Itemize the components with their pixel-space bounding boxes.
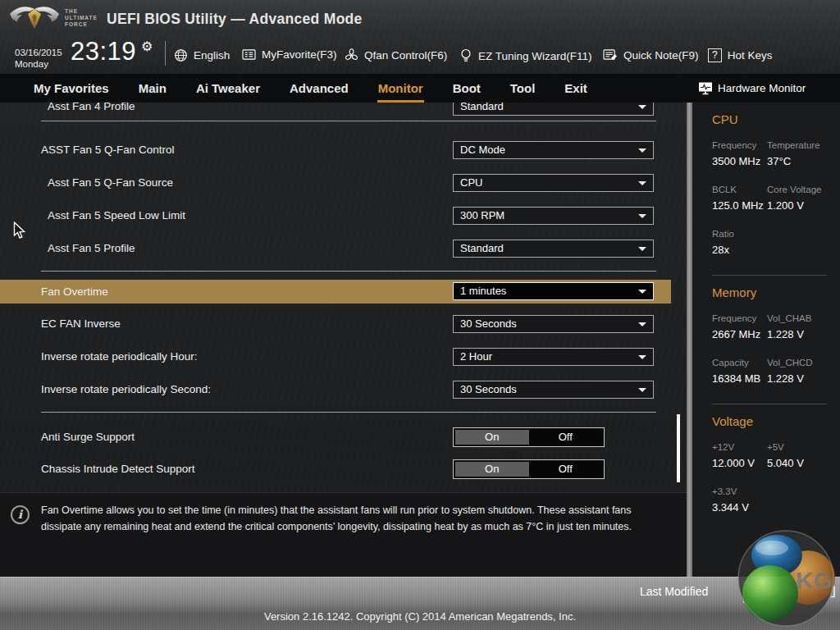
dropdown-value: 300 RPM [460,209,504,221]
sidebar-divider [712,404,827,404]
ec-fan-inverse-dropdown[interactable]: 30 Seconds [453,315,654,333]
tab-my-favorites[interactable]: My Favorites [33,74,110,103]
cpu-frequency: Frequency 3500 MHz [712,140,767,167]
setting-row-fan5-profile: Asst Fan 5 Profile Standard [0,232,687,265]
help-text: Fan Overtime allows you to set the time … [41,502,668,536]
setting-row-inverse-rotate-hour: Inverse rotate periodically Hour: 2 Hour [0,340,687,373]
setting-row-inverse-rotate-second: Inverse rotate periodically Second: 30 S… [0,373,687,406]
main-menu-bar: My Favorites Main Ai Tweaker Advanced Mo… [0,74,840,103]
dropdown-value: CPU [460,176,482,189]
qfan-label: Qfan Control(F6) [364,49,447,62]
voltage-5v: +5V 5.040 V [767,442,832,469]
setting-label: ASST Fan 5 Q-Fan Control [41,134,175,167]
brand-text-force: FORCE [65,21,88,27]
memory-vol-chab: Vol_CHAB 1.228 V [767,313,832,340]
hardware-monitor-title: Hardware Monitor [718,82,806,94]
exit-arrow-icon [820,586,836,598]
header-separator [165,41,166,66]
toggle-off[interactable]: Off [529,430,603,445]
last-modified-button[interactable]: Last Modified [640,585,708,598]
setting-row-anti-surge: Anti Surge Support On Off [0,421,687,454]
footer-separator [743,582,744,603]
chevron-down-icon [638,290,646,294]
chevron-down-icon [638,214,646,218]
setting-label: EC FAN Inverse [41,308,121,340]
fan-icon [345,48,358,62]
inverse-rotate-second-dropdown[interactable]: 30 Seconds [453,381,654,399]
footer-bar: Last Modified EzMode(F7) Version 2.16.12… [0,577,840,630]
fan5-speed-low-limit-dropdown[interactable]: 300 RPM [453,207,654,225]
ezmode-label: EzMode(F7) [755,585,818,598]
language-menu[interactable]: English [174,48,230,62]
toggle-on[interactable]: On [455,462,529,477]
tab-monitor[interactable]: Monitor [377,74,424,103]
dropdown-value: DC Mode [460,144,505,156]
date-value: 03/16/2015 [15,47,62,58]
fan5-qfan-source-dropdown[interactable]: CPU [453,174,654,192]
fan5-profile-dropdown[interactable]: Standard [453,240,654,258]
setting-label: Anti Surge Support [41,421,135,454]
tab-exit[interactable]: Exit [564,74,588,103]
quick-note-button[interactable]: Quick Note(F9) [603,48,699,62]
asst-fan4-profile-dropdown[interactable]: Standard [453,103,654,116]
setting-label: Asst Fan 5 Profile [48,232,135,265]
toggle-on[interactable]: On [455,430,529,445]
cpu-bclk: BCLK 125.0 MHz [712,185,767,212]
tab-main[interactable]: Main [138,74,167,103]
setting-label: Chassis Intrude Detect Support [41,453,195,486]
setting-row-fan5-speed-low-limit: Asst Fan 5 Speed Low Limit 300 RPM [0,199,687,232]
tab-advanced[interactable]: Advanced [289,74,349,103]
memory-capacity: Capacity 16384 MB [712,358,767,385]
hardware-monitor-panel: CPU Frequency 3500 MHz Temperature 37°C … [692,103,840,577]
qfan-control-button[interactable]: Qfan Control(F6) [345,48,447,62]
dropdown-value: 2 Hour [460,350,492,363]
voltage-3v3: +3.3V 3.344 V [712,486,767,514]
brand-text-the: THE [65,8,78,14]
ez-tuning-wizard-button[interactable]: EZ Tuning Wizard(F11) [459,48,592,63]
time-display[interactable]: 23:19 [71,37,136,66]
scrollbar-thumb[interactable] [677,414,680,482]
section-divider [41,121,656,121]
cpu-core-voltage: Core Voltage 1.200 V [767,185,832,212]
tab-tool[interactable]: Tool [509,74,536,103]
setting-label: Inverse rotate periodically Hour: [41,340,198,373]
voltage-heading: Voltage [712,414,832,428]
anti-surge-toggle[interactable]: On Off [453,427,605,447]
ez-tuning-wizard-label: EZ Tuning Wizard(F11) [478,50,592,62]
setting-label: Asst Fan 5 Q-Fan Source [48,167,173,199]
setting-row-fan5-qfan-source: Asst Fan 5 Q-Fan Source CPU [0,167,687,199]
chevron-down-icon [638,105,646,109]
info-icon: i [11,505,30,524]
clock-settings-gear-icon[interactable]: ⚙ [141,39,153,54]
setting-label: Inverse rotate periodically Second: [41,373,211,406]
settings-panel: Asst Fan 4 Profile Standard ASST Fan 5 Q… [0,103,687,492]
hm-section-cpu: CPU Frequency 3500 MHz Temperature 37°C … [692,112,840,273]
dropdown-value: 1 minutes [460,285,506,297]
toggle-off[interactable]: Off [529,462,603,477]
quick-note-label: Quick Note(F9) [623,49,699,62]
ezmode-button[interactable]: EzMode(F7) [755,585,836,598]
hot-keys-button[interactable]: ? Hot Keys [708,48,772,62]
voltage-12v: +12V 12.000 V [712,442,767,469]
cpu-heading: CPU [712,112,832,126]
globe-icon [174,48,188,62]
chevron-down-icon [638,148,646,153]
date-display[interactable]: 03/16/2015 Monday [15,47,62,71]
setting-label: Asst Fan 4 Profile [48,103,135,121]
tab-boot[interactable]: Boot [452,74,482,103]
setting-row-fan-overtime-selected[interactable]: Fan Overtime 1 minutes [0,280,671,304]
memory-frequency: Frequency 2667 MHz [712,313,767,340]
memory-vol-chcd: Vol_CHCD 1.228 V [767,358,832,385]
chevron-down-icon [638,247,646,251]
my-favorite-button[interactable]: MyFavorite(F3) [242,48,337,61]
my-favorite-label: MyFavorite(F3) [262,48,337,61]
tab-ai-tweaker[interactable]: Ai Tweaker [195,74,261,103]
setting-label: Asst Fan 5 Speed Low Limit [48,199,185,232]
fan-overtime-dropdown[interactable]: 1 minutes [453,282,654,300]
setting-row-ec-fan-inverse: EC FAN Inverse 30 Seconds [0,308,687,340]
chassis-intrude-toggle[interactable]: On Off [453,459,605,479]
bios-screen: THE ULTIMATE FORCE UEFI BIOS Utility — A… [0,0,840,630]
inverse-rotate-hour-dropdown[interactable]: 2 Hour [453,348,654,366]
fan5-qfan-control-dropdown[interactable]: DC Mode [453,141,654,159]
question-mark-icon: ? [708,48,722,62]
